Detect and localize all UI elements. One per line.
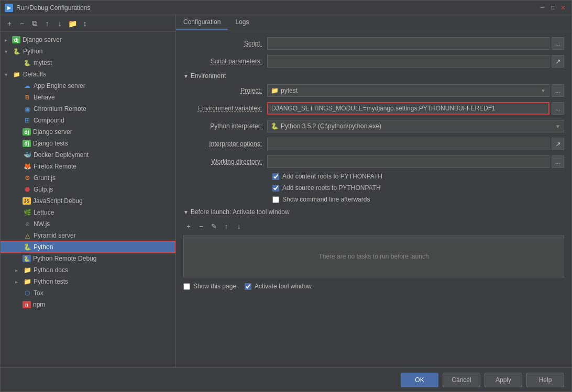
window-controls: ─ □ ✕ [538, 4, 567, 12]
tree-item-tox[interactable]: ⬡ Tox [1, 287, 175, 299]
show-page-label[interactable]: Show this page [193, 283, 236, 290]
interpreter-options-wrap: ↗ [267, 138, 564, 150]
interpreter-options-input[interactable] [267, 138, 549, 150]
tree-label: Gulp.js [34, 186, 53, 193]
working-dir-input[interactable] [267, 155, 549, 168]
content-roots-label[interactable]: Add content roots to PYTHONPATH [282, 173, 382, 180]
tree-item-defaults[interactable]: ▾ 📁 Defaults [1, 69, 175, 80]
source-roots-checkbox[interactable] [272, 185, 279, 192]
grunt-icon: ⚙ [23, 174, 32, 182]
tab-logs[interactable]: Logs [228, 15, 256, 30]
tree-item-django-server-default[interactable]: dj Django server [1, 126, 175, 138]
script-browse-button[interactable]: … [552, 37, 564, 50]
project-dropdown[interactable]: 📁 pytest ▼ [267, 84, 549, 97]
gulp-icon: ⬣ [23, 185, 32, 194]
python-interpreter-dropdown[interactable]: 🐍 Python 3.5.2 (C:\python\python.exe) ▼ [267, 120, 564, 132]
tree-item-behave[interactable]: B Behave [1, 92, 175, 103]
compound-icon: ⊞ [23, 116, 32, 125]
pyramid-icon: △ [23, 231, 32, 240]
tree-item-lettuce[interactable]: 🌿 Lettuce [1, 207, 175, 218]
tree-item-python-root[interactable]: ▾ 🐍 Python [1, 46, 175, 57]
tree-item-mytest[interactable]: 🐍 mytest [1, 57, 175, 69]
content-roots-checkbox[interactable] [272, 173, 279, 180]
tree-item-grunt[interactable]: ⚙ Grunt.js [1, 172, 175, 184]
project-more-button[interactable]: … [552, 84, 564, 97]
tree-item-python-remote[interactable]: 🐍 Python Remote Debug [1, 253, 175, 264]
django-default-icon: dj [23, 128, 31, 136]
tree-label: Firefox Remote [34, 163, 76, 170]
config-tree[interactable]: ▸ dj Django server ▾ 🐍 Python 🐍 mytest [1, 32, 175, 367]
cancel-button[interactable]: Cancel [443, 373, 480, 387]
nwjs-icon: ⊘ [23, 220, 32, 228]
tree-item-firefox[interactable]: 🦊 Firefox Remote [1, 161, 175, 172]
tab-configuration[interactable]: Configuration [176, 15, 228, 30]
tree-item-python-selected[interactable]: 🐍 Python [1, 241, 175, 253]
launch-add-button[interactable]: + [183, 221, 194, 231]
activate-tool-checkbox[interactable] [245, 283, 251, 290]
tree-item-nwjs[interactable]: ⊘ NW.js [1, 218, 175, 230]
defaults-icon: 📁 [12, 70, 21, 79]
django-icon: dj [12, 36, 20, 43]
ok-button[interactable]: OK [401, 373, 438, 387]
interpreter-options-expand[interactable]: ↗ [552, 138, 564, 150]
tree-item-appengine[interactable]: ☁ App Engine server [1, 80, 175, 92]
help-button[interactable]: Help [526, 373, 564, 387]
project-dropdown-arrow: ▼ [541, 88, 546, 94]
tree-item-gulp[interactable]: ⬣ Gulp.js [1, 184, 175, 195]
tox-icon: ⬡ [23, 289, 32, 297]
tree-item-js-debug[interactable]: JS JavaScript Debug [1, 195, 175, 207]
move-up-button[interactable]: ↑ [41, 18, 53, 29]
script-params-input[interactable] [267, 55, 549, 68]
new-folder-button[interactable]: 📁 [67, 18, 78, 29]
show-command-checkbox[interactable] [272, 196, 279, 203]
launch-toolbar: + − ✎ ↑ ↓ [183, 219, 564, 233]
env-vars-input[interactable] [267, 102, 549, 115]
docker-icon: 🐳 [23, 151, 32, 159]
content-roots-row: Add content roots to PYTHONPATH [183, 173, 564, 180]
tree-item-chromium-remote[interactable]: ◉ Chromium Remote [1, 103, 175, 115]
left-panel: + − ⧉ ↑ ↓ 📁 ↕ ▸ dj Django server ▾ 🐍 [1, 15, 176, 367]
before-launch-header: ▼ Before launch: Activate tool window [183, 208, 564, 216]
main-content: + − ⧉ ↑ ↓ 📁 ↕ ▸ dj Django server ▾ 🐍 [1, 15, 571, 367]
python-root-icon: 🐍 [12, 47, 21, 55]
copy-config-button[interactable]: ⧉ [29, 18, 40, 29]
tree-item-python-docs[interactable]: ▸ 📁 Python docs [1, 264, 175, 276]
activate-tool-label[interactable]: Activate tool window [255, 283, 312, 290]
script-input[interactable] [267, 37, 549, 50]
close-button[interactable]: ✕ [559, 4, 567, 12]
tree-label: Python tests [34, 278, 68, 285]
tree-item-npm[interactable]: n npm [1, 299, 175, 310]
tree-item-docker[interactable]: 🐳 Docker Deployment [1, 149, 175, 161]
environment-arrow[interactable]: ▼ [183, 73, 189, 79]
show-page-checkbox[interactable] [183, 283, 190, 290]
show-command-label[interactable]: Show command line afterwards [282, 196, 370, 203]
sort-button[interactable]: ↕ [79, 18, 91, 29]
launch-edit-button[interactable]: ✎ [208, 221, 219, 231]
maximize-button[interactable]: □ [548, 4, 557, 12]
env-vars-row: Environment variables: … [183, 102, 564, 115]
script-params-expand-button[interactable]: ↗ [552, 55, 564, 68]
apply-button[interactable]: Apply [485, 373, 522, 387]
interpreter-options-label: Interpreter options: [183, 140, 267, 148]
minimize-button[interactable]: ─ [538, 4, 546, 12]
source-roots-label[interactable]: Add source roots to PYTHONPATH [282, 184, 381, 192]
project-row: Project: 📁 pytest ▼ … [183, 84, 564, 97]
launch-remove-button[interactable]: − [196, 221, 206, 231]
tree-item-django-tests[interactable]: dj Django tests [1, 138, 175, 149]
right-panel: Configuration Logs Script: … Script para… [176, 15, 571, 367]
interpreter-options-row: Interpreter options: ↗ [183, 137, 564, 151]
add-config-button[interactable]: + [4, 18, 15, 29]
env-vars-browse-button[interactable]: … [552, 102, 564, 115]
working-dir-browse[interactable]: … [552, 155, 564, 168]
remove-config-button[interactable]: − [16, 18, 28, 29]
before-launch-arrow[interactable]: ▼ [183, 209, 189, 215]
tree-item-compound[interactable]: ⊞ Compound [1, 115, 175, 126]
move-down-button[interactable]: ↓ [54, 18, 65, 29]
script-params-input-wrap: ↗ [267, 55, 564, 68]
launch-up-button[interactable]: ↑ [221, 221, 232, 231]
tree-item-pyramid[interactable]: △ Pyramid server [1, 230, 175, 241]
tree-item-django-server[interactable]: ▸ dj Django server [1, 34, 175, 46]
tree-item-python-tests[interactable]: ▸ 📁 Python tests [1, 276, 175, 287]
script-params-row: Script parameters: ↗ [183, 54, 564, 68]
launch-down-button[interactable]: ↓ [234, 221, 244, 231]
